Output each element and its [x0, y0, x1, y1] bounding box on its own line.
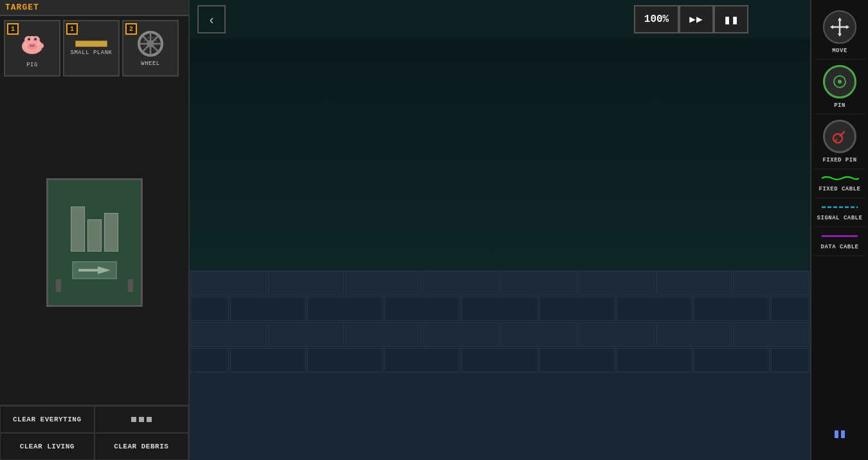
brick: [501, 322, 577, 347]
main-area: ‹ 100% ▶▶ ▮▮: [190, 0, 810, 460]
plank-icon: [75, 41, 107, 47]
ground-area: [190, 270, 810, 460]
map-frame: [46, 178, 143, 307]
power-icon: [828, 427, 851, 450]
brick-row-2: [190, 296, 810, 322]
svg-marker-16: [78, 266, 111, 274]
play-icon: ▶▶: [689, 13, 703, 26]
fixed-cable-tool[interactable]: FIXED CABLE: [814, 169, 865, 198]
item-slot-pig[interactable]: 1 PIG: [4, 20, 60, 77]
data-cable-tool[interactable]: DATA CABLE: [814, 227, 865, 256]
brick: [462, 348, 538, 373]
svg-marker-21: [830, 25, 833, 29]
pin-label: PIN: [834, 102, 845, 109]
map-arrow: [72, 261, 117, 279]
left-leg: [56, 279, 61, 292]
brick: [384, 348, 460, 373]
pig-label: PIG: [26, 62, 38, 68]
game-canvas: [190, 39, 810, 460]
fixed-pin-label: FIXED PIN: [822, 157, 856, 163]
pin-circle: [823, 65, 856, 98]
brick: [190, 297, 229, 321]
brick: [733, 322, 809, 347]
plank-label: SMALL PLANK: [71, 50, 113, 56]
brick-row-1: [190, 270, 810, 296]
move-icon: [830, 17, 849, 37]
pin-tool[interactable]: PIN: [814, 60, 865, 115]
brick: [539, 348, 615, 373]
target-header: TARGET: [0, 0, 188, 16]
clear-living-button[interactable]: CLEAR LIVING: [0, 433, 95, 460]
brick: [307, 348, 383, 373]
items-row: 1 PIG 1 SMALL PLANK 2: [0, 16, 188, 80]
fixed-cable-icon: [820, 174, 859, 182]
clear-debris-button[interactable]: CLEAR DEBRIS: [95, 433, 189, 460]
svg-point-4: [27, 43, 37, 50]
svg-rect-29: [841, 430, 845, 438]
signal-cable-icon: [820, 203, 859, 211]
clear-everything-button[interactable]: CLEAR EVERYTING: [0, 406, 95, 433]
brick: [656, 271, 732, 295]
brick: [230, 297, 306, 321]
brick: [578, 322, 655, 347]
pig-badge: 1: [7, 23, 19, 35]
signal-cable-label: SIGNAL CABLE: [817, 215, 863, 221]
brick: [423, 271, 500, 295]
pause-button[interactable]: ▮▮: [714, 5, 748, 33]
wheel-icon: [136, 30, 165, 58]
data-cable-icon: [820, 232, 859, 240]
map-buildings: [71, 207, 118, 252]
move-label: MOVE: [832, 48, 847, 54]
signal-cable-tool[interactable]: SIGNAL CABLE: [814, 198, 865, 227]
pause-icon: ▮▮: [723, 12, 739, 28]
brick: [190, 348, 229, 373]
brick-row-4: [190, 347, 810, 373]
svg-point-8: [34, 38, 37, 41]
arrow-icon: [78, 264, 111, 277]
brick: [423, 322, 500, 347]
data-cable-label: DATA CABLE: [820, 244, 858, 250]
brick: [268, 271, 345, 295]
brick: [733, 271, 809, 295]
brick: [462, 297, 538, 321]
brick-row-3: [190, 322, 810, 347]
brick: [771, 297, 809, 321]
fixed-pin-circle: [823, 120, 856, 153]
brick: [694, 297, 770, 321]
wheel-label: WHEEL: [141, 60, 160, 67]
map-preview: [0, 80, 188, 405]
svg-rect-28: [835, 430, 838, 438]
percent-value: 100%: [644, 14, 669, 25]
dot-2: [139, 417, 144, 422]
right-leg: [128, 279, 133, 292]
brick: [307, 297, 383, 321]
top-controls: 100% ▶▶ ▮▮: [634, 5, 748, 33]
item-slot-wheel[interactable]: 2 WHEEL: [122, 20, 179, 77]
item-slot-small-plank[interactable]: 1 SMALL PLANK: [63, 20, 120, 77]
dots-button[interactable]: [95, 406, 189, 433]
fixed-pin-tool[interactable]: FIXED PIN: [814, 115, 865, 169]
svg-point-5: [30, 44, 32, 47]
back-icon: ‹: [210, 12, 214, 27]
brick: [190, 322, 267, 347]
brick: [384, 297, 460, 321]
brick: [694, 348, 770, 373]
brick: [230, 348, 306, 373]
brick: [501, 271, 577, 295]
power-tool[interactable]: [814, 421, 865, 455]
bottom-buttons: CLEAR EVERYTING CLEAR LIVING CLEAR DEBRI…: [0, 405, 188, 460]
brick: [771, 348, 809, 373]
svg-point-6: [32, 44, 35, 47]
right-panel: MOVE PIN FIXED PIN FIXED CABLE: [810, 0, 868, 460]
brick: [539, 297, 615, 321]
svg-point-7: [28, 38, 30, 41]
brick: [617, 297, 692, 321]
target-label: TARGET: [5, 3, 39, 12]
move-tool[interactable]: MOVE: [814, 5, 865, 60]
back-button[interactable]: ‹: [197, 5, 226, 33]
pin-inner: [833, 75, 846, 88]
plank-badge: 1: [66, 23, 78, 35]
play-button[interactable]: ▶▶: [679, 5, 714, 33]
brick: [656, 322, 732, 347]
brick: [345, 271, 422, 295]
